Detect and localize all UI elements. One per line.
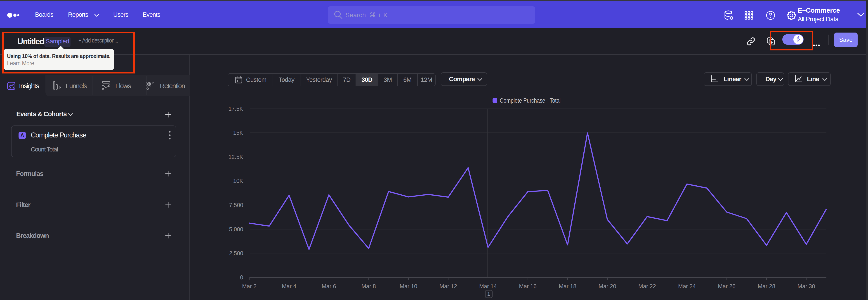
svg-text:15K: 15K [233, 129, 243, 136]
svg-text:Mar 20: Mar 20 [598, 283, 616, 289]
svg-text:17.5K: 17.5K [228, 106, 243, 112]
svg-text:10K: 10K [233, 178, 243, 184]
svg-text:5,000: 5,000 [229, 226, 243, 232]
svg-text:Mar 28: Mar 28 [758, 283, 775, 289]
svg-text:0: 0 [240, 274, 243, 280]
svg-text:Mar 18: Mar 18 [559, 283, 577, 289]
svg-text:Mar 30: Mar 30 [798, 283, 815, 289]
svg-text:1: 1 [487, 291, 490, 297]
svg-text:Complete Purchase - Total: Complete Purchase - Total [500, 97, 561, 104]
svg-text:Mar 10: Mar 10 [400, 283, 417, 289]
svg-text:Mar 24: Mar 24 [678, 283, 696, 289]
svg-text:Mar 22: Mar 22 [638, 283, 656, 289]
svg-text:Mar 8: Mar 8 [362, 283, 376, 289]
svg-text:Mar 12: Mar 12 [439, 283, 457, 289]
svg-text:Mar 16: Mar 16 [519, 283, 537, 289]
svg-text:7,500: 7,500 [229, 202, 243, 208]
svg-text:Mar 26: Mar 26 [718, 283, 736, 289]
svg-text:Mar 6: Mar 6 [322, 283, 336, 289]
svg-text:Mar 4: Mar 4 [282, 283, 296, 289]
svg-text:12.5K: 12.5K [228, 154, 243, 160]
svg-text:2,500: 2,500 [229, 250, 243, 257]
svg-text:Mar 2: Mar 2 [242, 283, 256, 289]
svg-text:Mar 14: Mar 14 [479, 283, 497, 289]
